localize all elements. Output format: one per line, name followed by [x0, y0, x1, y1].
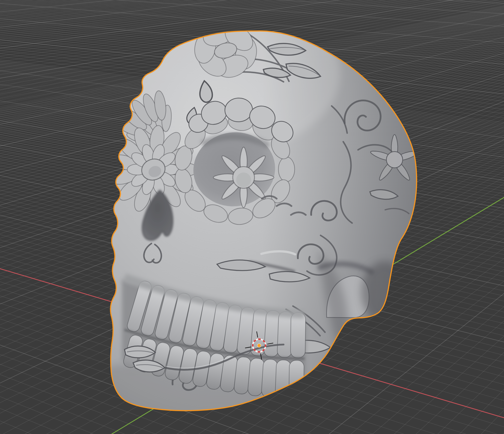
3d-cursor	[0, 0, 504, 434]
blender-3d-viewport[interactable]	[0, 0, 504, 434]
